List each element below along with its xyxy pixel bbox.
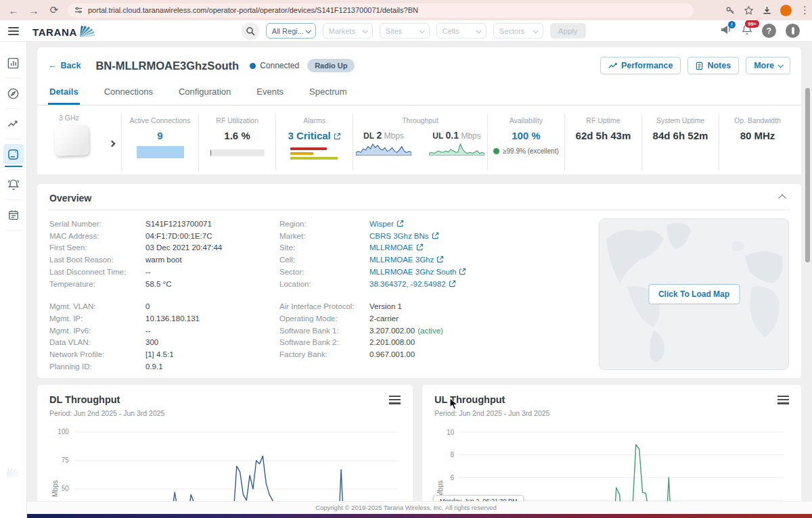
download-icon[interactable] [762, 5, 772, 16]
browser-toolbar: ← → ⟳ portal.trial.cloud.taranawireless.… [0, 0, 812, 20]
stat-rf-utilization: RF Utilization 1.6 % [198, 114, 275, 170]
more-button[interactable]: More [746, 57, 790, 74]
stat-rf-uptime: RF Uptime 62d 5h 43m [564, 114, 641, 170]
market-link[interactable]: CBRS 3Ghz BNs [369, 232, 429, 240]
location-map: Click To Load Map [599, 218, 789, 370]
overview-title: Overview [49, 193, 91, 204]
svg-text:100: 100 [58, 428, 69, 435]
load-map-button[interactable]: Click To Load Map [648, 284, 740, 304]
app-header: TARANA All Regi... Markets Sites Cells S… [0, 20, 812, 42]
region-link[interactable]: Wisper [369, 220, 394, 228]
active-bank-badge: (active) [418, 327, 443, 335]
radio-status-badge: Radio Up [307, 59, 355, 72]
external-link-icon [416, 243, 424, 251]
device-name: BN-MLLRMOAE3GhzSouth [95, 60, 239, 72]
dl-chart-period: Period: Jun 2nd 2025 - Jun 3rd 2025 [49, 409, 164, 417]
url-text: portal.trial.cloud.taranawireless.com/op… [88, 6, 418, 14]
stat-system-uptime: System Uptime 84d 6h 52m [641, 114, 719, 170]
tarana-fan-icon [78, 24, 96, 38]
alarms-critical-link[interactable]: 3 Critical [276, 130, 353, 141]
device-tabs: Details Connections Configuration Events… [37, 81, 801, 105]
back-arrow-icon: ← [48, 61, 57, 70]
sectors-filter-dropdown[interactable]: Sectors [493, 23, 543, 39]
browser-reload-icon[interactable]: ⟳ [47, 4, 61, 16]
stat-throughput: Throughput DL 2 Mbps UL 0.1 Mbps [353, 114, 487, 170]
browser-forward-icon[interactable]: → [27, 5, 41, 16]
tab-events[interactable]: Events [255, 81, 285, 105]
svg-text:50: 50 [62, 485, 70, 492]
help-icon[interactable]: ? [762, 24, 776, 38]
browser-profile-avatar[interactable] [780, 5, 792, 16]
sidebar-item-alarms[interactable] [3, 174, 24, 195]
profile-icon[interactable] [786, 24, 800, 38]
bookmark-star-icon[interactable] [744, 5, 754, 16]
svg-text:75: 75 [62, 456, 70, 464]
external-link-icon [432, 232, 439, 239]
dl-chart-menu-icon[interactable] [389, 394, 401, 404]
sector-link[interactable]: MLLRMOAE 3Ghz South [369, 268, 456, 276]
rf-utilization-bar [210, 149, 265, 156]
overview-right-fields: Region:Wisper Market:CBRS 3Ghz BNs Site:… [279, 218, 560, 373]
sidebar-item-dashboard[interactable] [3, 53, 24, 73]
region-filter-dropdown[interactable]: All Regi... [266, 23, 316, 39]
tab-configuration[interactable]: Configuration [177, 81, 232, 105]
overview-section: Overview Serial Number:S141F1213700071 M… [37, 184, 801, 378]
dl-y-axis-label: Mbps [51, 480, 59, 496]
dl-throughput-stat: DL 2 Mbps [356, 130, 411, 158]
active-connections-bar [137, 146, 184, 158]
external-link-icon [449, 280, 456, 287]
active-connections-value[interactable]: 9 [122, 130, 198, 141]
tab-details[interactable]: Details [48, 81, 80, 105]
connection-status: Connected [250, 61, 299, 70]
sidebar-nav [0, 42, 27, 518]
overview-left-fields: Serial Number:S141F1213700071 MAC Addres… [49, 218, 279, 373]
markets-filter-dropdown[interactable]: Markets [323, 23, 373, 39]
tab-spectrum[interactable]: Spectrum [308, 81, 348, 105]
notes-doc-icon [696, 62, 703, 70]
collapse-chevron-icon[interactable] [778, 194, 786, 202]
ul-chart-menu-icon[interactable] [777, 394, 789, 404]
ul-chart-period: Period: Jun 2nd 2025 - Jun 3rd 2025 [434, 409, 549, 417]
announcements-megaphone-icon[interactable]: ! [720, 24, 732, 38]
location-link[interactable]: 38.364372, -92.54982 [369, 280, 446, 288]
search-icon[interactable] [242, 22, 259, 40]
tarana-logo: TARANA [32, 24, 96, 38]
svg-text:8: 8 [450, 451, 454, 458]
tarana-watermark-icon [5, 467, 22, 483]
sites-filter-dropdown[interactable]: Sites [380, 23, 430, 39]
availability-dot-icon [493, 148, 499, 154]
ul-chart-title: UL Throughput [434, 394, 549, 405]
sidebar-item-explore[interactable] [3, 83, 24, 103]
sidebar-item-events[interactable] [3, 205, 24, 225]
browser-back-icon[interactable]: ← [7, 5, 20, 16]
tab-connections[interactable]: Connections [103, 81, 154, 105]
device-header-card: ←Back BN-MLLRMOAE3GhzSouth Connected Rad… [37, 47, 801, 174]
password-key-icon[interactable] [725, 5, 736, 16]
external-link-icon [397, 220, 404, 227]
alarm-severity-bars [290, 147, 339, 160]
back-button[interactable]: ←Back [48, 61, 81, 70]
events-calendar-icon [7, 209, 20, 221]
page-scrollbar[interactable] [805, 88, 810, 262]
apply-filters-button[interactable]: Apply [550, 23, 586, 39]
site-link[interactable]: MLLRMOAE [369, 243, 413, 252]
external-link-icon [459, 268, 466, 275]
sidebar-item-trends[interactable] [3, 114, 24, 134]
expand-device-chevron[interactable] [110, 137, 114, 149]
hamburger-menu-icon[interactable] [0, 27, 27, 35]
notes-button[interactable]: Notes [687, 57, 739, 74]
performance-button[interactable]: Performance [600, 57, 681, 74]
performance-chart-icon [608, 62, 617, 70]
notifications-bell-icon[interactable]: 99+ [742, 24, 752, 38]
cells-filter-dropdown[interactable]: Cells [436, 23, 487, 39]
address-bar[interactable]: portal.trial.cloud.taranawireless.com/op… [68, 3, 694, 18]
browser-menu-icon[interactable]: ⋮ [800, 4, 805, 16]
alarms-bell-icon [7, 179, 20, 191]
sidebar-item-devices[interactable] [3, 144, 24, 164]
device-frequency-label: 3 GHz [59, 114, 121, 122]
ul-sparkline [429, 141, 484, 156]
stat-active-connections: Active Connections 9 [121, 114, 198, 170]
cell-link[interactable]: MLLRMOAE 3Ghz [369, 256, 434, 264]
compass-icon [7, 87, 20, 100]
svg-text:10: 10 [447, 429, 455, 436]
